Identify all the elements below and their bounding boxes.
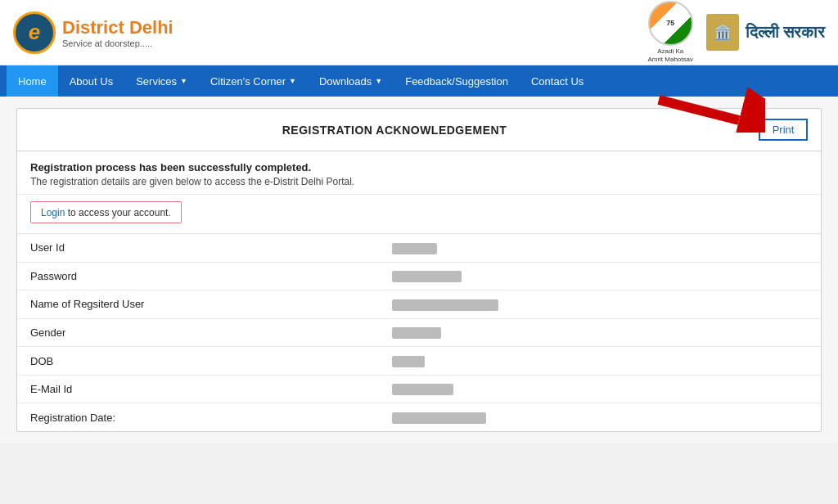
field-value-reg-date <box>379 403 821 431</box>
site-header: e District Delhi Service at doorstep....… <box>0 0 838 65</box>
field-value-name <box>379 290 821 319</box>
print-area: Print <box>759 119 808 141</box>
field-label-email: E-Mail Id <box>17 375 379 403</box>
field-value-user-id <box>379 234 821 262</box>
site-tagline: Service at doorstep..... <box>62 38 173 48</box>
table-row: User Id <box>17 234 821 262</box>
emblem-icon: 🏛️ <box>706 14 739 51</box>
ack-title: REGISTRATION ACKNOWLEDGEMENT <box>30 124 759 137</box>
field-label-user-id: User Id <box>17 234 379 262</box>
field-label-reg-date: Registration Date: <box>17 403 379 431</box>
citizens-corner-arrow-icon: ▼ <box>289 77 296 85</box>
field-label-password: Password <box>17 262 379 290</box>
field-label-gender: Gender <box>17 318 379 347</box>
field-label-dob: DOB <box>17 347 379 376</box>
field-value-dob <box>379 347 821 376</box>
logo-text: District Delhi Service at doorstep..... <box>62 17 173 48</box>
main-content: REGISTRATION ACKNOWLEDGEMENT Print Regis… <box>0 97 838 443</box>
table-row: DOB <box>17 347 821 376</box>
header-right: 75 Azadi Ka Amrit Mahotsav 🏛️ दिल्ली सरक… <box>647 1 825 63</box>
nav-feedback[interactable]: Feedback/Suggestion <box>394 65 520 97</box>
table-row: Name of Regsiterd User <box>17 290 821 319</box>
logo-area: e District Delhi Service at doorstep....… <box>13 11 173 54</box>
nav-home[interactable]: Home <box>7 65 58 97</box>
registration-details-table: User Id Password Name of Regsiterd User … <box>17 234 821 431</box>
success-message-bold: Registration process has been successful… <box>30 161 808 173</box>
downloads-arrow-icon: ▼ <box>375 77 382 85</box>
success-area: Registration process has been successful… <box>17 151 821 195</box>
login-box-area: Login to access your account. <box>17 195 821 234</box>
nav-citizens-corner[interactable]: Citizen's Corner ▼ <box>199 65 308 97</box>
nav-contact-us[interactable]: Contact Us <box>520 65 595 97</box>
nav-about-us[interactable]: About Us <box>58 65 124 97</box>
login-box: Login to access your account. <box>30 201 182 223</box>
field-value-password <box>379 262 821 290</box>
table-row: Password <box>17 262 821 290</box>
success-message-sub: The registration details are given below… <box>30 176 808 187</box>
svg-line-1 <box>659 100 739 120</box>
table-row: E-Mail Id <box>17 375 821 403</box>
table-row: Registration Date: <box>17 403 821 431</box>
login-link[interactable]: Login <box>41 207 65 218</box>
delhi-govt-label: दिल्ली सरकार <box>746 23 825 42</box>
main-nav: Home About Us Services ▼ Citizen's Corne… <box>0 65 838 97</box>
acknowledgement-card: REGISTRATION ACKNOWLEDGEMENT Print Regis… <box>16 108 822 432</box>
field-value-email <box>379 375 821 403</box>
login-hint-text: to access your account. <box>65 207 170 218</box>
nav-downloads[interactable]: Downloads ▼ <box>308 65 394 97</box>
emblem-area: 🏛️ दिल्ली सरकार <box>706 14 825 51</box>
logo-icon: e <box>13 11 56 54</box>
azadi-badge: 75 Azadi Ka Amrit Mahotsav <box>647 1 693 63</box>
site-name: District Delhi <box>62 17 173 38</box>
azadi-text: Azadi Ka Amrit Mahotsav <box>647 47 693 63</box>
print-button[interactable]: Print <box>759 119 808 141</box>
services-arrow-icon: ▼ <box>180 77 187 85</box>
ack-header: REGISTRATION ACKNOWLEDGEMENT Print <box>17 109 821 151</box>
field-label-name: Name of Regsiterd User <box>17 290 379 319</box>
azadi-circle-icon: 75 <box>648 1 693 46</box>
nav-services[interactable]: Services ▼ <box>124 65 199 97</box>
field-value-gender <box>379 318 821 347</box>
table-row: Gender <box>17 318 821 347</box>
